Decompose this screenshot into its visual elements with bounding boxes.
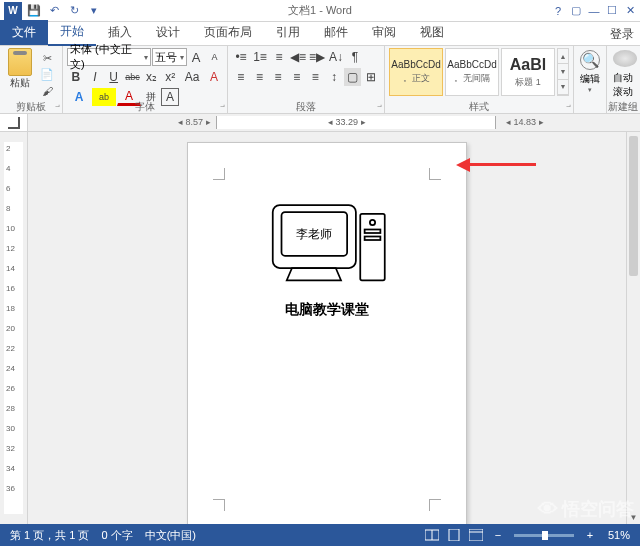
decrease-indent-button[interactable]: ◀≡ [289, 48, 307, 66]
italic-button[interactable]: I [86, 68, 104, 86]
style-heading1[interactable]: AaBl 标题 1 [501, 48, 555, 96]
autoscroll-label: 自动滚动 [613, 71, 637, 99]
redo-icon[interactable]: ↻ [66, 3, 82, 19]
document-area[interactable]: 李老师 电脑教学课堂 [28, 132, 626, 524]
numbering-button[interactable]: 1≡ [251, 48, 269, 66]
change-case-button[interactable]: Aa [180, 68, 204, 86]
style-normal[interactable]: AaBbCcDd 。正文 [389, 48, 443, 96]
ruler-right-val: 14.83 [514, 117, 537, 127]
superscript-button[interactable]: x² [161, 68, 179, 86]
font-group-label: 字体 [63, 100, 227, 113]
group-editing[interactable]: 编辑 ▾ [574, 46, 607, 113]
tab-layout[interactable]: 页面布局 [192, 20, 264, 45]
copy-icon[interactable]: 📄 [38, 66, 56, 82]
tab-mailings[interactable]: 邮件 [312, 20, 360, 45]
view-web-layout-icon[interactable] [466, 527, 486, 543]
chevron-down-icon[interactable]: ▾ [144, 53, 148, 62]
ruler-tick: 18 [6, 304, 15, 313]
zoom-out-icon[interactable]: − [488, 527, 508, 543]
zoom-level[interactable]: 51% [602, 529, 636, 541]
align-left-button[interactable]: ≡ [232, 68, 250, 86]
style-no-spacing[interactable]: AaBbCcDd 。无间隔 [445, 48, 499, 96]
tab-references[interactable]: 引用 [264, 20, 312, 45]
sign-in-link[interactable]: 登录 [610, 26, 634, 43]
style-scroll-up-icon[interactable]: ▲ [558, 49, 568, 64]
ruler-left-val: 8.57 [186, 117, 204, 127]
horizontal-ruler[interactable]: ◂ 8.57 ▸ ◂ 33.29 ▸ ◂ 14.83 ▸ [28, 114, 640, 131]
status-words[interactable]: 0 个字 [95, 528, 138, 543]
group-clipboard: 粘贴 ✂ 📄 🖌 剪贴板 [0, 46, 63, 113]
style-expand-icon[interactable]: ▼ [558, 80, 568, 95]
save-icon[interactable]: 💾 [26, 3, 42, 19]
font-family-combo[interactable]: 宋体 (中文正文)▾ [67, 48, 151, 66]
tab-file[interactable]: 文件 [0, 20, 48, 45]
ruler-tick: 24 [6, 364, 15, 373]
close-icon[interactable]: ✕ [622, 3, 638, 19]
help-icon[interactable]: ? [550, 3, 566, 19]
word-icon[interactable]: W [4, 2, 22, 20]
svg-rect-2 [360, 214, 385, 281]
vertical-ruler[interactable]: 24681012141618202224262830323436 [0, 132, 28, 524]
scrollbar-thumb[interactable] [629, 136, 638, 276]
style-scroll-down-icon[interactable]: ▼ [558, 64, 568, 79]
workspace: 24681012141618202224262830323436 [0, 132, 640, 524]
undo-icon[interactable]: ↶ [46, 3, 62, 19]
view-print-layout-icon[interactable] [444, 527, 464, 543]
tab-design[interactable]: 设计 [144, 20, 192, 45]
align-distribute-button[interactable]: ≡ [307, 68, 325, 86]
tab-view[interactable]: 视图 [408, 20, 456, 45]
zoom-in-icon[interactable]: + [580, 527, 600, 543]
ribbon-options-icon[interactable]: ▢ [568, 3, 584, 19]
tab-review[interactable]: 审阅 [360, 20, 408, 45]
ruler-tick: 20 [6, 324, 15, 333]
bold-button[interactable]: B [67, 68, 85, 86]
clipboard-label: 剪贴板 [0, 100, 62, 113]
sort-button[interactable]: A↓ [327, 48, 345, 66]
svg-rect-5 [365, 237, 381, 241]
underline-button[interactable]: U [105, 68, 123, 86]
align-center-button[interactable]: ≡ [251, 68, 269, 86]
multilevel-list-button[interactable]: ≡ [270, 48, 288, 66]
group-newgroup[interactable]: 自动滚动 新建组 [607, 46, 640, 113]
ruler-tick: 4 [6, 164, 10, 173]
subscript-button[interactable]: x₂ [143, 68, 161, 86]
scroll-down-icon[interactable]: ▼ [627, 510, 640, 524]
page[interactable]: 李老师 电脑教学课堂 [187, 142, 467, 524]
increase-indent-button[interactable]: ≡▶ [308, 48, 326, 66]
maximize-icon[interactable]: ☐ [604, 3, 620, 19]
paragraph-group-label: 段落 [228, 100, 384, 113]
show-marks-button[interactable]: ¶ [346, 48, 364, 66]
shrink-font-icon[interactable]: A [206, 48, 223, 66]
format-painter-icon[interactable]: 🖌 [38, 83, 56, 99]
shading-button[interactable]: ▢ [344, 68, 362, 86]
strikethrough-button[interactable]: abc [124, 68, 142, 86]
document-caption[interactable]: 电脑教学课堂 [188, 301, 466, 319]
align-justify-button[interactable]: ≡ [288, 68, 306, 86]
borders-button[interactable]: ⊞ [362, 68, 380, 86]
tab-selector[interactable] [0, 114, 28, 131]
monitor-text: 李老师 [296, 227, 332, 241]
style-name: 。无间隔 [454, 72, 490, 85]
status-page[interactable]: 第 1 页，共 1 页 [4, 528, 95, 543]
align-right-button[interactable]: ≡ [269, 68, 287, 86]
line-spacing-button[interactable]: ↕ [325, 68, 343, 86]
clear-formatting-icon[interactable]: A [205, 68, 223, 86]
minimize-icon[interactable]: — [586, 3, 602, 19]
font-size-combo[interactable]: 五号▾ [152, 48, 187, 66]
vertical-scrollbar[interactable]: ▲ ▼ [626, 132, 640, 524]
ruler-tick: 12 [6, 244, 15, 253]
qat-more-icon[interactable]: ▾ [86, 3, 102, 19]
status-language[interactable]: 中文(中国) [139, 528, 202, 543]
quick-access-toolbar: W 💾 ↶ ↻ ▾ [0, 2, 102, 20]
group-font: 宋体 (中文正文)▾ 五号▾ A A B I U abc x₂ x² Aa A … [63, 46, 228, 113]
view-read-mode-icon[interactable] [422, 527, 442, 543]
cut-icon[interactable]: ✂ [38, 50, 56, 66]
chevron-down-icon[interactable]: ▾ [180, 53, 184, 62]
zoom-slider-knob[interactable] [542, 531, 548, 540]
ruler-tick: 6 [6, 184, 10, 193]
bullets-button[interactable]: •≡ [232, 48, 250, 66]
grow-font-icon[interactable]: A [188, 48, 205, 66]
zoom-slider[interactable] [514, 534, 574, 537]
computer-clipart[interactable]: 李老师 [257, 198, 397, 296]
svg-rect-9 [469, 529, 483, 541]
